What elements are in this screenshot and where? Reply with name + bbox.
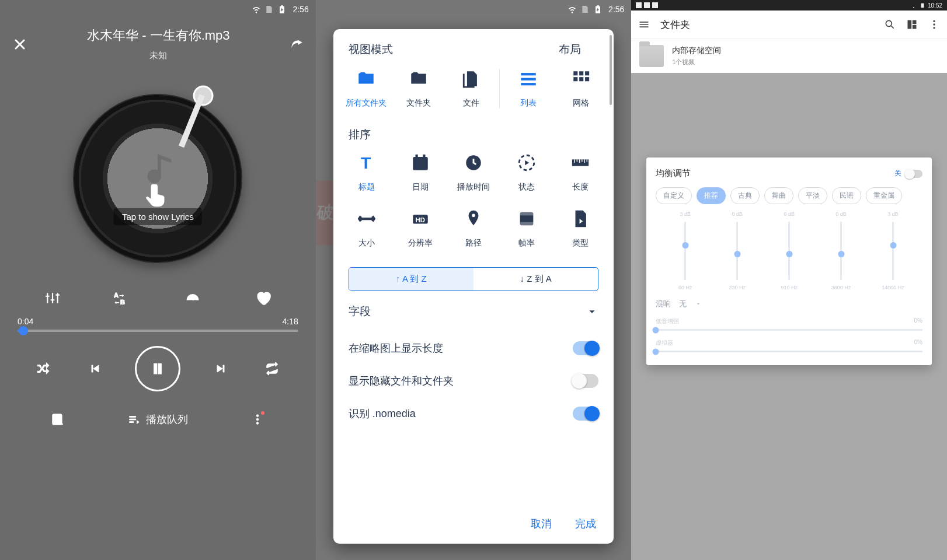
sort-fps[interactable]: 帧率 xyxy=(500,209,553,249)
prev-button[interactable] xyxy=(83,357,107,380)
sort-length[interactable]: 长度 xyxy=(553,153,607,192)
nomedia-switch[interactable] xyxy=(573,407,598,421)
playback-controls xyxy=(0,346,316,391)
bass-boost-slider[interactable]: 低音增强0% xyxy=(656,317,922,331)
order-asc[interactable]: ↑ A 到 Z xyxy=(349,268,474,290)
cancel-button[interactable]: 取消 xyxy=(531,517,552,531)
sort-grid-2: 大小 HD分辨率 路径 帧率 类型 xyxy=(336,203,612,259)
share-icon[interactable] xyxy=(289,37,304,52)
eq-band[interactable]: 0 dB3600 Hz xyxy=(815,211,867,290)
close-icon[interactable] xyxy=(12,36,28,52)
show-hidden-switch[interactable] xyxy=(573,374,598,388)
sim-icon xyxy=(580,5,590,14)
appbar-title: 文件夹 xyxy=(660,18,873,32)
svg-rect-28 xyxy=(520,212,534,216)
player-topbar: 水木年华 - 一生有你.mp3 未知 xyxy=(0,19,316,65)
sort-label: 排序 xyxy=(336,119,612,147)
svg-rect-11 xyxy=(573,71,577,75)
next-button[interactable] xyxy=(209,357,232,380)
album-art[interactable]: Tap to show Lyrics xyxy=(73,94,242,263)
fields-row[interactable]: 字段 xyxy=(336,291,612,332)
utility-row: A→←B xyxy=(0,286,316,310)
sort-resolution[interactable]: HD分辨率 xyxy=(394,209,447,249)
view-files[interactable]: 文件 xyxy=(445,69,497,108)
svg-rect-8 xyxy=(521,73,536,75)
svg-rect-29 xyxy=(520,222,534,226)
folder-item[interactable]: 内部存储空间 1个视频 xyxy=(631,38,947,73)
sort-order-segment: ↑ A 到 Z ↓ Z 到 A xyxy=(349,267,599,291)
view-options-screen: 2:56 破解基地 视图模式 布局 所有文件夹 文件夹 文件 列表 网格 排序 … xyxy=(316,0,632,560)
svg-point-6 xyxy=(256,418,259,421)
ab-repeat-button[interactable]: A→←B xyxy=(111,286,134,310)
eq-toggle[interactable] xyxy=(905,170,922,178)
view-folders[interactable]: 文件夹 xyxy=(392,69,445,108)
preset-flat[interactable]: 平淡 xyxy=(798,187,827,204)
equalizer-screen: 10:52 文件夹 内部存储空间 1个视频 均衡调节 关 自定义 推荐 古典 舞… xyxy=(631,0,947,560)
view-all-folders[interactable]: 所有文件夹 xyxy=(340,69,393,108)
preset-classical[interactable]: 古典 xyxy=(730,187,760,204)
favorite-button[interactable] xyxy=(252,286,275,310)
seek-bar[interactable] xyxy=(18,330,298,332)
elapsed-time: 0:04 xyxy=(18,317,33,326)
layout-grid[interactable]: 网格 xyxy=(555,69,607,108)
sim-icon xyxy=(264,5,274,14)
svg-rect-34 xyxy=(913,25,917,29)
pause-button[interactable] xyxy=(135,346,180,391)
more-button[interactable] xyxy=(246,408,269,431)
preset-recommended[interactable]: 推荐 xyxy=(697,187,726,204)
clock: 10:52 xyxy=(928,2,942,9)
view-mode-label: 视图模式 xyxy=(349,42,393,57)
menu-icon[interactable] xyxy=(638,19,650,30)
show-length-row: 在缩略图上显示长度 xyxy=(336,332,612,365)
virtualizer-slider[interactable]: 虚拟器0% xyxy=(656,339,922,352)
music-player-screen: 2:56 水木年华 - 一生有你.mp3 未知 Tap to show Lyri… xyxy=(0,0,316,560)
preset-metal[interactable]: 重金属 xyxy=(866,187,902,204)
battery-icon xyxy=(593,5,603,14)
sort-size[interactable]: 大小 xyxy=(340,209,394,249)
status-bar: 2:56 xyxy=(0,0,316,19)
eq-band[interactable]: 0 dB910 Hz xyxy=(763,211,815,290)
svg-point-5 xyxy=(256,415,259,417)
eq-band[interactable]: 3 dB60 Hz xyxy=(659,211,711,290)
view-toggle-icon[interactable] xyxy=(906,19,918,30)
tap-hand-icon xyxy=(144,182,171,211)
queue-button[interactable]: 播放队列 xyxy=(127,412,188,426)
folder-subtitle: 1个视频 xyxy=(672,58,721,66)
wifi-icon xyxy=(252,5,261,14)
layout-list[interactable]: 列表 xyxy=(502,69,555,108)
eq-band[interactable]: 0 dB230 Hz xyxy=(711,211,763,290)
sort-title[interactable]: T标题 xyxy=(340,153,394,192)
eq-band[interactable]: 3 dB14000 Hz xyxy=(867,211,919,290)
svg-rect-21 xyxy=(423,155,425,159)
sort-type[interactable]: 类型 xyxy=(553,209,607,249)
preset-custom[interactable]: 自定义 xyxy=(656,187,692,204)
search-icon[interactable] xyxy=(884,19,896,30)
more-icon[interactable] xyxy=(928,19,940,30)
svg-rect-12 xyxy=(579,71,583,75)
repeat-button[interactable] xyxy=(260,357,284,380)
shuffle-button[interactable] xyxy=(32,357,55,380)
scrollbar[interactable] xyxy=(610,35,612,105)
track-artist: 未知 xyxy=(34,50,283,61)
lyrics-button[interactable] xyxy=(46,408,69,431)
svg-rect-14 xyxy=(573,77,577,81)
sort-date[interactable]: 日期 xyxy=(394,153,447,192)
svg-rect-10 xyxy=(521,83,536,85)
view-mode-grid: 所有文件夹 文件夹 文件 列表 网格 xyxy=(336,63,612,119)
svg-rect-9 xyxy=(521,78,536,80)
reverb-value: 无 xyxy=(679,299,687,309)
reverb-row[interactable]: 混响 无 xyxy=(656,299,922,309)
sort-playtime[interactable]: 播放时间 xyxy=(447,153,500,192)
wifi-icon xyxy=(567,5,577,14)
svg-rect-33 xyxy=(913,20,917,24)
equalizer-button[interactable] xyxy=(41,286,64,310)
done-button[interactable]: 完成 xyxy=(575,517,596,531)
order-desc[interactable]: ↓ Z 到 A xyxy=(474,268,598,290)
svg-point-36 xyxy=(933,23,935,25)
show-length-switch[interactable] xyxy=(573,341,598,355)
sort-path[interactable]: 路径 xyxy=(447,209,500,249)
preset-folk[interactable]: 民谣 xyxy=(832,187,861,204)
speed-button[interactable] xyxy=(181,286,204,310)
sort-state[interactable]: 状态 xyxy=(500,153,553,192)
preset-dance[interactable]: 舞曲 xyxy=(764,187,793,204)
